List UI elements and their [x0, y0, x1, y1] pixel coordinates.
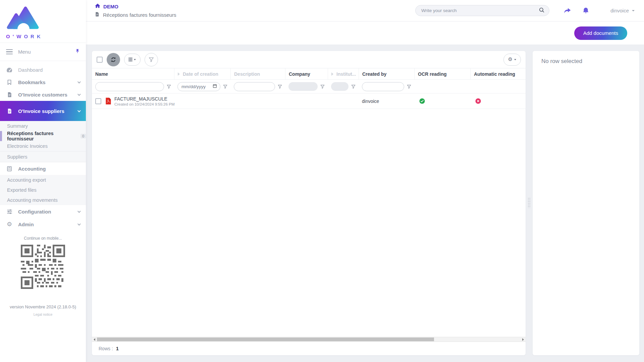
column-header-created-by[interactable]: Created by [359, 68, 414, 79]
sidebar-nav: Dashboard Bookmarks O'Invoice customers … [0, 61, 86, 231]
sidebar-item-accounting[interactable]: Accounting [0, 162, 86, 175]
search-input[interactable] [421, 8, 539, 13]
drag-handle-icon[interactable] [528, 197, 531, 208]
sidebar-subitem-accounting-export[interactable]: Accounting export [0, 175, 86, 185]
dashboard-icon [6, 67, 13, 73]
column-header-automatic-reading[interactable]: Automatic reading [470, 68, 526, 79]
sidebar-item-bookmarks[interactable]: Bookmarks [0, 76, 86, 88]
row-checkbox[interactable] [95, 98, 101, 104]
funnel-icon[interactable] [277, 84, 282, 89]
select-all-checkbox[interactable] [97, 57, 103, 63]
sidebar-item-dashboard[interactable]: Dashboard [0, 64, 86, 76]
gear-icon: ⚙ [6, 221, 13, 227]
expand-arrow-icon[interactable] [178, 72, 180, 76]
horizontal-scrollbar[interactable] [92, 337, 526, 342]
suppliers-submenu: Summary Réceptions factures fournisseur … [0, 121, 86, 162]
sidebar: O'WORK Menu Dashboard Bookmarks O'Invoic… [0, 0, 86, 362]
filter-cell-created-by [359, 82, 414, 91]
sidebar-subitem-summary[interactable]: Summary [0, 121, 86, 131]
app-title-row[interactable]: DEMO [95, 3, 176, 10]
sidebar-item-admin[interactable]: ⚙ Admin [0, 218, 86, 231]
share-button[interactable] [563, 7, 572, 15]
document-name[interactable]: FACTURE_MAJUSCULE [114, 96, 174, 102]
sidebar-item-label: Admin [18, 222, 34, 227]
sidebar-item-label: O'Invoice customers [18, 92, 67, 98]
notifications-button[interactable] [582, 7, 590, 15]
calendar-icon[interactable] [213, 83, 217, 89]
pdf-file-icon [105, 98, 111, 105]
version-label: version Novembre 2024 (2.18.0-5) [0, 304, 86, 309]
column-header-name[interactable]: Name [92, 68, 174, 79]
sidebar-menu-toggle[interactable]: Menu [0, 43, 86, 61]
detail-panel: No row selected [533, 51, 639, 355]
funnel-icon[interactable] [320, 84, 325, 89]
chevron-down-icon [77, 222, 81, 226]
refresh-icon [110, 56, 117, 63]
chevron-down-icon [134, 59, 136, 60]
subitem-label: Summary [7, 123, 28, 129]
filter-cell-institution [328, 82, 359, 91]
sidebar-item-oinvoice-customers[interactable]: O'Invoice customers [0, 88, 86, 101]
filters-button[interactable] [145, 53, 158, 66]
user-menu[interactable]: dinvoice [610, 8, 635, 13]
name-filter-input[interactable] [95, 82, 164, 91]
column-header-description[interactable]: Description [230, 68, 285, 79]
menu-label: Menu [18, 49, 75, 55]
sidebar-item-label: O'Invoice suppliers [18, 108, 64, 114]
table-filter-row [92, 80, 526, 94]
pin-icon[interactable] [75, 49, 80, 55]
columns-button[interactable] [124, 54, 141, 66]
date-filter-input[interactable] [179, 84, 211, 89]
refresh-button[interactable] [107, 53, 120, 66]
sidebar-item-configuration[interactable]: Configuration [0, 205, 86, 218]
sidebar-subitem-electronic-invoices[interactable]: Electronic Invoices [0, 141, 86, 151]
expand-arrow-icon[interactable] [331, 72, 333, 76]
file-icon [95, 11, 100, 18]
created-by-filter-input[interactable] [362, 82, 404, 91]
topbar: DEMO Réceptions factures fournisseurs [86, 0, 644, 21]
scroll-left-button[interactable] [92, 338, 97, 341]
scroll-right-button[interactable] [521, 338, 526, 341]
sidebar-subitem-suppliers[interactable]: Suppliers [0, 151, 86, 162]
breadcrumb-row: Réceptions factures fournisseurs [95, 11, 176, 18]
sidebar-subitem-accounting-movements[interactable]: Accounting movements [0, 195, 86, 205]
table-settings-button[interactable]: ⚙ [503, 54, 521, 66]
action-bar: Add documents [86, 21, 644, 45]
panel-splitter[interactable] [526, 51, 533, 355]
add-documents-button[interactable]: Add documents [574, 26, 627, 40]
legal-notice-link[interactable]: Legal notice [0, 312, 86, 316]
column-header-institution[interactable]: Institut... [328, 68, 359, 79]
column-header-ocr-reading[interactable]: OCR reading [414, 68, 470, 79]
document-info: FACTURE_MAJUSCULE Created on 10/24/2024 … [114, 96, 174, 106]
sidebar-subitem-receptions-factures[interactable]: Réceptions factures fournisseur 0 [0, 131, 86, 141]
brand-name: O'WORK [6, 34, 86, 39]
column-header-company[interactable]: Company [285, 68, 328, 79]
description-filter-input[interactable] [234, 82, 275, 91]
subitem-label: Suppliers [7, 154, 27, 160]
institution-filter-input-disabled [331, 82, 348, 91]
filter-cell-company [285, 82, 328, 91]
sidebar-item-label: Dashboard [18, 67, 43, 73]
sidebar-item-oinvoice-suppliers[interactable]: O'Invoice suppliers [0, 101, 86, 121]
row-name-cell: FACTURE_MAJUSCULE Created on 10/24/2024 … [92, 96, 174, 106]
chevron-down-icon [77, 93, 81, 96]
filter-cell-date [174, 82, 230, 91]
sidebar-subitem-exported-files[interactable]: Exported files [0, 185, 86, 195]
page-title: DEMO [103, 4, 118, 9]
sliders-icon [6, 208, 13, 215]
column-header-date-of-creation[interactable]: Date of creation [174, 68, 230, 79]
hamburger-icon [6, 49, 13, 54]
sidebar-item-label: Accounting [18, 166, 46, 172]
count-badge: 0 [80, 134, 86, 138]
funnel-icon[interactable] [407, 84, 412, 89]
rows-count: 1 [116, 346, 119, 351]
scrollbar-thumb[interactable] [97, 338, 434, 341]
funnel-icon[interactable] [223, 84, 228, 89]
subitem-label: Exported files [7, 187, 37, 193]
documents-table-card: ⚙ Name Date of creation Description Comp… [92, 51, 526, 355]
funnel-icon[interactable] [351, 84, 356, 89]
search-icon[interactable] [539, 7, 545, 14]
funnel-icon[interactable] [166, 84, 171, 89]
table-footer: Rows : 1 [92, 342, 526, 355]
table-row[interactable]: FACTURE_MAJUSCULE Created on 10/24/2024 … [92, 94, 526, 109]
